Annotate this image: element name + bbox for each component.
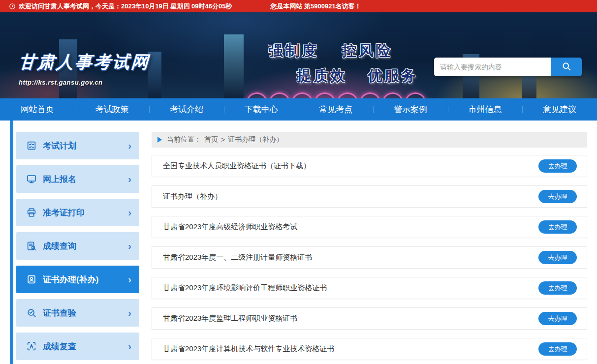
sidebar-item-score-recheck[interactable]: 成绩复查 ›: [16, 333, 139, 360]
exam-plan-icon: [26, 140, 37, 151]
play-triangle-icon: [157, 137, 162, 143]
row-title: 甘肃省2023年度监理工程师职业资格证书: [163, 314, 297, 323]
admission-print-icon: [26, 207, 37, 218]
sidebar-item-admission-print[interactable]: 准考证打印 ›: [16, 199, 139, 226]
building-silhouette: [224, 34, 244, 98]
nav-item-download-center[interactable]: 下载中心: [224, 98, 299, 121]
nav-item-home[interactable]: 网站首页: [0, 98, 75, 121]
sidebar-item-label: 证书办理(补办): [43, 274, 128, 285]
site-url: http://ks.rst.gansu.gov.cn: [19, 79, 150, 86]
content-area: 考试计划 › 网上报名 › 准考证打印 ›: [0, 121, 597, 364]
go-handle-button[interactable]: 去办理: [538, 251, 577, 264]
list-item: 甘肃省2023年度高级经济师职业资格考试 去办理: [152, 216, 587, 238]
nav-item-warning-cases[interactable]: 警示案例: [373, 98, 448, 121]
go-handle-button[interactable]: 去办理: [538, 220, 577, 234]
nav-item-exam-policy[interactable]: 考试政策: [75, 98, 150, 121]
row-title: 甘肃省2023年度一、二级注册计量师资格证书: [163, 253, 312, 262]
nav-item-exam-intro[interactable]: 考试介绍: [149, 98, 224, 121]
go-handle-button[interactable]: 去办理: [538, 312, 577, 325]
slogan-part-4: 优服务: [368, 66, 418, 86]
go-handle-button[interactable]: 去办理: [538, 190, 577, 203]
search-icon: [562, 61, 571, 73]
site-name: 甘肃人事考试网: [18, 51, 150, 74]
chevron-right-icon: ›: [128, 174, 131, 185]
slogan-part-3: 提质效: [297, 66, 347, 86]
row-title: 甘肃省2023年度计算机技术与软件专业技术资格证书: [163, 344, 334, 354]
sidebar-item-exam-plan[interactable]: 考试计划 ›: [16, 132, 139, 159]
go-handle-button[interactable]: 去办理: [538, 342, 577, 356]
header-banner: 甘肃人事考试网 http://ks.rst.gansu.gov.cn 强制度 控…: [0, 12, 597, 98]
search-button[interactable]: [551, 58, 582, 76]
list-item: 甘肃省2023年度一、二级注册计量师资格证书 去办理: [152, 246, 587, 269]
welcome-text: 欢迎访问甘肃人事考试网，今天是：2023年10月19日 星期四 09时46分05…: [19, 2, 232, 11]
nav-item-common-sites[interactable]: 常见考点: [299, 98, 374, 121]
chevron-right-icon: ›: [128, 274, 131, 285]
left-accent-stripe: [10, 121, 13, 364]
sidebar-item-certificate-verify[interactable]: 证书查验 ›: [16, 299, 139, 327]
sidebar-item-score-query[interactable]: 成绩查询 ›: [16, 232, 139, 260]
list-item: 甘肃省2023年度环境影响评价工程师职业资格证书 去办理: [152, 277, 587, 299]
nav-item-feedback[interactable]: 意见建议: [522, 98, 597, 121]
sidebar-item-online-register[interactable]: 网上报名 ›: [16, 165, 139, 193]
sidebar-item-label: 证书查验: [43, 307, 128, 319]
chevron-right-icon: ›: [128, 140, 131, 152]
main-nav: 网站首页 考试政策 考试介绍 下载中心 常见考点 警示案例 市州信息 意见建议: [0, 98, 597, 121]
online-register-icon: [26, 174, 37, 184]
breadcrumb-separator: >: [221, 136, 225, 144]
list-item: 甘肃省2023年度计算机技术与软件专业技术资格证书 去办理: [152, 338, 587, 360]
main-panel: 当前位置： 首页 > 证书办理（补办） 全国专业技术人员职业资格证书（证书下载）…: [152, 132, 587, 364]
row-title: 证书办理（补办）: [163, 192, 222, 201]
list-item: 甘肃省2023年度监理工程师职业资格证书 去办理: [152, 307, 587, 330]
score-query-icon: [26, 241, 37, 251]
slogan-text: 强制度 控风险 提质效 优服务: [268, 41, 445, 86]
certificate-handle-icon: [26, 274, 37, 285]
sidebar-item-certificate-handle[interactable]: 证书办理(补办) ›: [16, 266, 139, 293]
breadcrumb: 当前位置： 首页 > 证书办理（补办）: [152, 132, 587, 148]
score-recheck-icon: [26, 341, 37, 352]
breadcrumb-current: 证书办理（补办）: [228, 135, 283, 144]
sidebar: 考试计划 › 网上报名 › 准考证打印 ›: [16, 132, 139, 364]
topbar: 欢迎访问甘肃人事考试网，今天是：2023年10月19日 星期四 09时46分05…: [0, 0, 597, 12]
sidebar-item-label: 网上报名: [43, 174, 128, 185]
site-logo[interactable]: 甘肃人事考试网 http://ks.rst.gansu.gov.cn: [19, 51, 150, 86]
chevron-right-icon: ›: [128, 241, 131, 252]
bridge-arches-decoration: [246, 92, 426, 98]
row-title: 甘肃省2023年度环境影响评价工程师职业资格证书: [163, 283, 327, 293]
slogan-part-2: 控风险: [342, 41, 392, 61]
slogan-part-1: 强制度: [268, 41, 318, 61]
row-title: 全国专业技术人员职业资格证书（证书下载）: [163, 161, 311, 171]
breadcrumb-home-link[interactable]: 首页: [204, 135, 218, 144]
sidebar-item-label: 成绩查询: [43, 241, 128, 252]
list-item: 全国专业技术人员职业资格证书（证书下载） 去办理: [152, 155, 587, 177]
go-handle-button[interactable]: 去办理: [538, 159, 577, 173]
go-handle-button[interactable]: 去办理: [538, 281, 577, 295]
chevron-right-icon: ›: [128, 341, 131, 352]
list-item: 证书办理（补办） 去办理: [152, 185, 587, 208]
sidebar-item-label: 考试计划: [43, 140, 128, 152]
sidebar-item-label: 成绩复查: [43, 341, 128, 352]
search-input[interactable]: [434, 58, 551, 76]
search-bar: [434, 58, 582, 76]
clock-icon: [9, 3, 16, 10]
breadcrumb-label: 当前位置：: [167, 135, 201, 144]
certificate-verify-icon: [26, 307, 37, 318]
nav-item-city-info[interactable]: 市州信息: [448, 98, 523, 121]
chevron-right-icon: ›: [128, 307, 131, 319]
row-title: 甘肃省2023年度高级经济师职业资格考试: [163, 222, 297, 232]
sidebar-item-label: 准考证打印: [43, 207, 128, 218]
visitor-count-text: 您是本网站 第5900921名访客！: [270, 2, 361, 11]
chevron-right-icon: ›: [128, 207, 131, 218]
